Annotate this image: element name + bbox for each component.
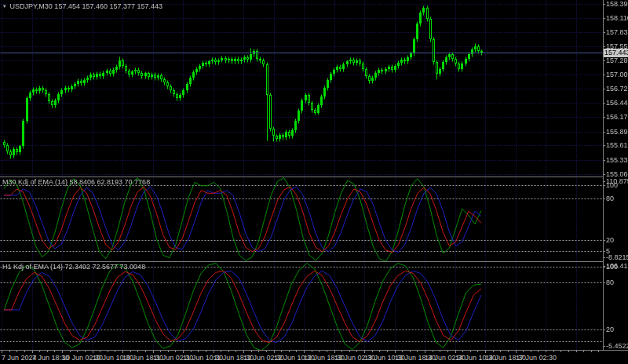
axis-tick	[455, 351, 456, 352]
price-axis-label: 155.335	[606, 157, 628, 164]
indicator-axis-label: -8.8215	[606, 254, 628, 261]
axis-tick	[9, 351, 10, 352]
axis-tick	[153, 351, 154, 352]
axis-tick	[604, 18, 605, 19]
axis-tick	[183, 351, 184, 352]
axis-tick	[583, 351, 584, 352]
axis-tick	[24, 351, 25, 352]
axis-tick	[327, 351, 327, 352]
axis-tick	[493, 351, 494, 352]
axis-tick	[410, 351, 411, 352]
axis-tick	[568, 351, 569, 352]
axis-tick	[395, 351, 396, 352]
axis-tick	[516, 351, 517, 352]
axis-tick	[281, 351, 282, 352]
axis-tick	[289, 351, 290, 352]
axis-tick	[160, 351, 161, 352]
axis-tick	[604, 75, 605, 75]
axis-tick	[604, 346, 605, 347]
axis-tick	[604, 4, 605, 5]
price-axis-label: 158.110	[606, 15, 628, 22]
axis-tick	[538, 351, 539, 352]
axis-tick	[402, 351, 403, 352]
axis-tick	[304, 351, 305, 352]
axis-tick	[604, 145, 605, 146]
axis-tick	[523, 351, 524, 352]
axis-tick	[236, 351, 236, 352]
axis-tick	[508, 351, 509, 352]
price-axis-label: 157.280	[606, 57, 628, 64]
axis-tick	[604, 103, 605, 104]
axis-tick	[553, 351, 554, 352]
axis-tick	[598, 351, 599, 352]
axis-tick	[258, 351, 259, 352]
axis-tick	[433, 351, 433, 352]
axis-tick	[387, 351, 388, 352]
axis-tick	[531, 351, 531, 352]
axis-tick	[604, 198, 605, 199]
axis-tick	[604, 174, 605, 175]
axis-tick	[77, 351, 78, 352]
current-price-badge: 157.443	[604, 49, 628, 57]
symbol-marker-icon: ▾	[3, 3, 6, 9]
axis-tick	[137, 351, 138, 352]
axis-tick	[349, 351, 350, 352]
axis-tick	[485, 351, 486, 352]
axis-tick	[604, 181, 605, 182]
chart-window: ▾ USDJPY,M30 157.454 157.460 157.377 157…	[0, 0, 628, 364]
indicator-axis-label: 100	[606, 182, 618, 189]
axis-tick	[130, 351, 131, 352]
axis-tick	[604, 132, 605, 133]
axis-tick	[604, 329, 605, 330]
price-axis-label: 156.725	[606, 86, 628, 93]
panel-separator[interactable]	[0, 177, 604, 177]
time-axis[interactable]: 7 Jun 20247 Jun 18:3010 Jun 02:3010 Jun …	[0, 351, 603, 364]
axis-tick	[62, 351, 63, 352]
axis-tick	[334, 351, 335, 352]
axis-tick	[251, 351, 252, 352]
axis-tick	[274, 351, 275, 352]
axis-tick	[47, 351, 48, 352]
panel-separator[interactable]	[0, 261, 604, 262]
axis-tick	[417, 351, 418, 352]
axis-tick	[175, 351, 176, 352]
axis-tick	[243, 351, 244, 352]
axis-tick	[604, 117, 605, 118]
axis-tick	[145, 351, 146, 352]
axis-tick	[560, 351, 561, 352]
axis-tick	[100, 351, 100, 352]
axis-tick	[221, 351, 221, 352]
price-axis-label: 156.170	[606, 114, 628, 121]
axis-tick	[604, 160, 605, 161]
axis-tick	[576, 351, 577, 352]
axis-tick	[122, 351, 123, 352]
axis-tick	[312, 351, 312, 352]
axis-tick	[198, 351, 199, 352]
axis-tick	[93, 351, 93, 352]
indicator-axis-label: 20	[606, 237, 614, 244]
indicator-label-kdj-h1: H1 Kdj of EMA (14) 72.3492 72.5677 73.00…	[2, 263, 145, 271]
indicator-axis-label: 80	[606, 195, 614, 202]
price-axis-label: 156.445	[606, 100, 628, 107]
axis-tick	[470, 351, 471, 352]
price-axis-label: 157.835	[606, 29, 628, 36]
time-axis-label: 17 Jun 02:30	[516, 355, 557, 362]
price-chart-canvas[interactable]	[0, 0, 603, 350]
time-axis-label: 7 Jun 2024	[2, 355, 37, 362]
axis-tick	[604, 46, 605, 47]
axis-tick	[425, 351, 425, 352]
axis-tick	[115, 351, 115, 352]
axis-tick	[85, 351, 86, 352]
axis-tick	[39, 351, 40, 352]
price-axis-label: 155.615	[606, 142, 628, 149]
axis-tick	[379, 351, 380, 352]
axis-tick	[206, 351, 206, 352]
axis-tick	[604, 267, 605, 268]
axis-tick	[356, 351, 357, 352]
axis-tick	[477, 351, 478, 352]
indicator-axis-label: 100	[606, 264, 618, 271]
indicator-axis-label: 20	[606, 326, 614, 333]
axis-tick	[440, 351, 440, 352]
axis-tick	[341, 351, 342, 352]
axis-tick	[604, 282, 605, 283]
